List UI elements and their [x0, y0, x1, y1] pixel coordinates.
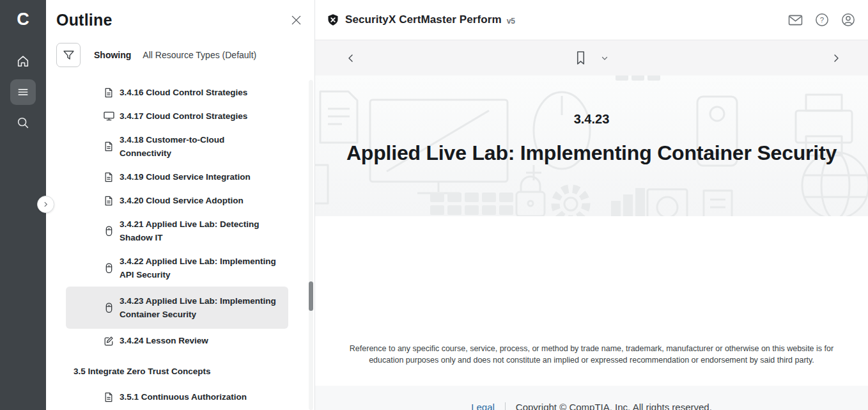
outline-item[interactable]: 3.4.24 Lesson Review — [66, 329, 288, 352]
home-icon[interactable] — [10, 49, 36, 74]
course-title: SecurityX CertMaster Perform — [345, 13, 502, 26]
filter-row: Showing All Resource Types (Default) — [56, 43, 314, 67]
svg-text:?: ? — [820, 16, 824, 24]
mouse-icon — [103, 303, 114, 313]
footer-divider — [505, 402, 506, 410]
document-icon — [103, 88, 114, 98]
outline-item[interactable]: 3.4.18 Customer-to-Cloud Connectivity — [66, 128, 288, 165]
document-icon — [103, 172, 114, 182]
mouse-icon — [103, 226, 114, 237]
rail-nav — [10, 49, 36, 136]
comptia-logo: C — [17, 6, 29, 32]
chevron-down-icon[interactable] — [601, 54, 608, 62]
page-footer: Legal Copyright © CompTIA, Inc. All righ… — [315, 386, 868, 410]
document-icon — [103, 196, 114, 206]
lesson-toolbar — [315, 40, 868, 75]
mail-icon[interactable] — [788, 14, 803, 26]
outline-title: Outline — [56, 11, 112, 29]
filter-icon — [62, 49, 75, 62]
outline-item[interactable]: 3.4.21 Applied Live Lab: Detecting Shado… — [66, 212, 288, 249]
outline-item[interactable]: 3.4.20 Cloud Service Adoption — [66, 189, 288, 212]
next-button[interactable] — [831, 53, 841, 63]
app-header: SecurityX CertMaster Perform v5 ? — [315, 0, 868, 40]
chevron-right-icon — [42, 201, 49, 208]
bookmark-icon[interactable] — [575, 51, 587, 65]
chevron-right-icon — [831, 53, 841, 63]
course-brand: SecurityX CertMaster Perform v5 — [327, 13, 515, 26]
outline-item[interactable]: 3.5.1 Continuous Authorization — [66, 385, 288, 409]
search-icon[interactable] — [10, 110, 36, 136]
help-icon[interactable]: ? — [815, 13, 829, 27]
mouse-icon — [103, 263, 114, 274]
outline-item[interactable]: 3.4.22 Applied Live Lab: Implementing AP… — [66, 249, 288, 287]
outline-item[interactable]: 3.4.19 Cloud Service Integration — [66, 165, 288, 189]
outline-list: 3.4.16 Cloud Control Strategies 3.4.17 C… — [46, 81, 314, 409]
scrollbar-thumb[interactable] — [309, 281, 313, 311]
bookmark-group — [315, 51, 868, 65]
monitor-icon — [103, 111, 114, 121]
close-icon[interactable] — [290, 13, 303, 27]
copyright-text: Copyright © CompTIA, Inc. All rights res… — [516, 402, 712, 410]
edit-icon — [103, 336, 114, 346]
course-version: v5 — [507, 17, 515, 26]
document-icon — [103, 141, 114, 152]
showing-label: Showing — [94, 50, 131, 60]
lesson-body: Reference to any specific course, servic… — [315, 216, 868, 386]
filter-value: All Resource Types (Default) — [143, 50, 256, 60]
shield-x-icon — [327, 13, 339, 26]
collapse-panel-button[interactable] — [37, 196, 54, 213]
outline-scrollbar[interactable] — [309, 80, 313, 410]
lesson-banner: 3.4.23 Applied Live Lab: Implementing Co… — [315, 75, 868, 216]
lesson-title: Applied Live Lab: Implementing Container… — [315, 141, 868, 165]
legal-link[interactable]: Legal — [471, 402, 495, 410]
disclaimer-text: Reference to any specific course, servic… — [339, 343, 844, 366]
header-actions: ? — [788, 13, 855, 27]
main-area: SecurityX CertMaster Perform v5 ? — [314, 0, 868, 410]
document-icon — [103, 392, 114, 402]
outline-item[interactable]: 3.4.16 Cloud Control Strategies — [66, 81, 288, 104]
account-icon[interactable] — [841, 13, 855, 27]
menu-icon[interactable] — [10, 79, 36, 105]
outline-panel: Outline Showing All Resource Types (Defa… — [46, 0, 314, 410]
outline-item-current[interactable]: 3.4.23 Applied Live Lab: Implementing Co… — [66, 287, 288, 329]
outline-item[interactable]: 3.4.17 Cloud Control Strategies — [66, 104, 288, 128]
outline-section: 3.5 Integrate Zero Trust Concepts — [66, 359, 288, 384]
filter-button[interactable] — [56, 43, 81, 67]
app-window: C Outline Showing — [0, 0, 868, 410]
lesson-number: 3.4.23 — [315, 112, 868, 127]
